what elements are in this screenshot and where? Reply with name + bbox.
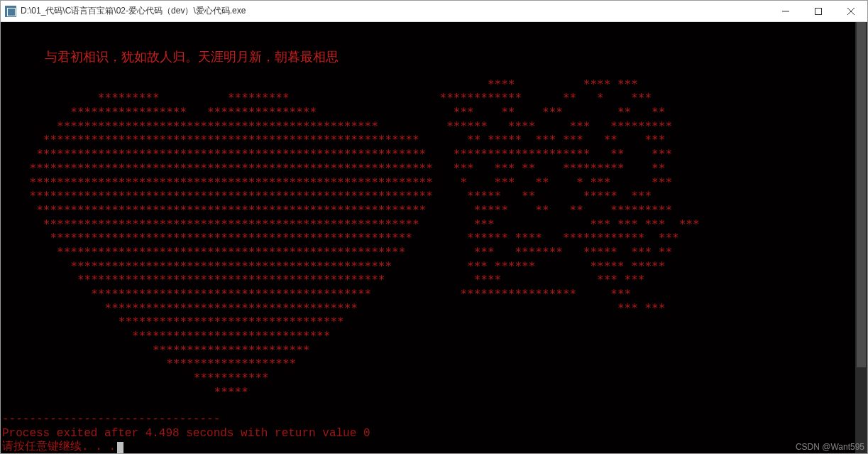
titlebar: D:\01_代码\C语言百宝箱\02-爱心代码（dev）\爱心代码.exe bbox=[1, 1, 867, 22]
cursor bbox=[117, 442, 123, 453]
maximize-button[interactable] bbox=[802, 1, 835, 21]
svg-rect-1 bbox=[815, 8, 822, 14]
scrollbar[interactable] bbox=[855, 22, 867, 453]
exit-message: Process exited after 4.498 seconds with … bbox=[2, 427, 370, 440]
app-window: D:\01_代码\C语言百宝箱\02-爱心代码（dev）\爱心代码.exe 与君… bbox=[0, 0, 868, 454]
app-icon bbox=[5, 6, 16, 17]
poem-message: 与君初相识，犹如故人归。天涯明月新，朝暮最相思 bbox=[2, 39, 855, 77]
window-title: D:\01_代码\C语言百宝箱\02-爱心代码（dev）\爱心代码.exe bbox=[21, 5, 769, 17]
scrollbar-thumb[interactable] bbox=[857, 22, 866, 367]
ascii-art: **** **** *** ********* ********* ******… bbox=[2, 77, 855, 399]
console-area: 与君初相识，犹如故人归。天涯明月新，朝暮最相思 **** **** *** **… bbox=[1, 22, 867, 453]
minimize-button[interactable] bbox=[769, 1, 802, 21]
console-output: 与君初相识，犹如故人归。天涯明月新，朝暮最相思 **** **** *** **… bbox=[1, 22, 855, 453]
divider-line: -------------------------------- bbox=[2, 413, 220, 426]
continue-prompt: 请按任意键继续. . . bbox=[2, 441, 116, 453]
close-button[interactable] bbox=[835, 1, 867, 21]
window-controls bbox=[769, 1, 867, 21]
watermark: CSDN @Want595 bbox=[796, 442, 864, 452]
